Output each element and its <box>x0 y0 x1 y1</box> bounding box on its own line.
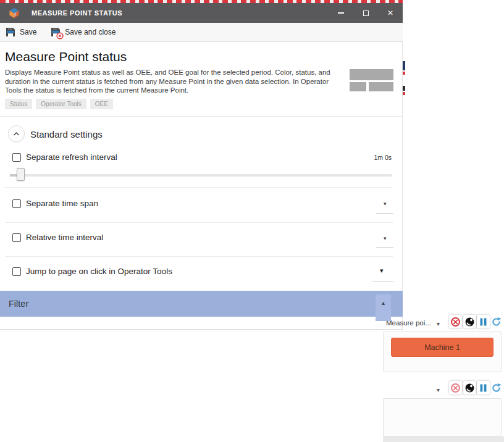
save-and-close-button[interactable]: Save and close <box>50 27 116 38</box>
clipped-background-fragment <box>403 86 405 91</box>
pause-icon <box>478 383 489 393</box>
save-label: Save <box>20 28 36 36</box>
dialog-title: MEASURE POINT STATUS <box>32 9 122 17</box>
standard-settings-title: Standard settings <box>30 129 103 140</box>
dialog-toolbar: Save Save and close <box>0 23 403 42</box>
description-line: Tools the status is fetched from the cur… <box>5 86 354 95</box>
divider <box>0 116 403 117</box>
refresh-widget-button[interactable] <box>490 381 503 394</box>
refresh-interval-slider-track[interactable] <box>10 174 392 177</box>
jump-to-page-label: Jump to page on click in Operator Tools <box>26 267 172 276</box>
refresh-interval-value: 1m 0s <box>374 154 392 161</box>
close-button[interactable]: ✕ <box>378 3 403 23</box>
screen: MEASURE POINT STATUS ✕ <box>0 0 504 442</box>
remove-widget-button[interactable] <box>449 315 462 328</box>
pause-icon <box>478 317 489 327</box>
data-selection-magnet-button[interactable] <box>463 315 476 328</box>
magnet-icon <box>464 317 475 327</box>
separate-refresh-interval-label: Separate refresh interval <box>26 152 117 162</box>
remove-icon <box>450 383 461 393</box>
tag-status: Status <box>5 99 32 109</box>
time-span-dropdown[interactable]: ▾ <box>384 201 387 207</box>
measure-point-status-dialog: MEASURE POINT STATUS ✕ <box>0 0 403 330</box>
relative-time-dropdown[interactable]: ▾ <box>384 236 387 241</box>
data-selection-magnet-button[interactable] <box>463 381 476 394</box>
remove-icon <box>450 317 461 327</box>
relative-time-interval-checkbox[interactable] <box>12 233 21 242</box>
dropdown-underline <box>372 281 393 282</box>
selector-caret-icon[interactable]: ▾ <box>437 387 440 393</box>
preview-block-top <box>350 69 393 80</box>
preview-block-right <box>369 82 393 91</box>
preview-block-left <box>350 82 366 91</box>
remove-widget-button[interactable] <box>449 381 462 394</box>
divider <box>5 222 393 223</box>
magnet-icon <box>464 383 475 393</box>
measure-point-selector[interactable]: Measure poi... <box>386 319 431 327</box>
save-and-close-icon <box>50 27 61 38</box>
separate-time-span-checkbox[interactable] <box>12 199 21 208</box>
dialog-bottom-edge <box>0 329 403 330</box>
filter-label: Filter <box>9 291 28 317</box>
save-button[interactable]: Save <box>5 27 36 38</box>
save-icon <box>5 27 16 38</box>
dropdown-underline <box>376 247 393 248</box>
widget-description: Displays Measure Point status as well as… <box>5 68 354 95</box>
machine-status-button[interactable]: Machine 1 <box>391 338 494 357</box>
refresh-icon <box>490 316 502 328</box>
dialog-titlebar[interactable]: MEASURE POINT STATUS ✕ <box>0 3 403 23</box>
description-line: Displays Measure Point status as well as… <box>5 68 354 77</box>
filter-collapse-button[interactable]: ▲ <box>376 294 391 321</box>
pause-refresh-button[interactable] <box>477 315 490 328</box>
empty-widget-card <box>383 398 502 436</box>
tag-list: Status Operator Tools OEE <box>5 99 113 109</box>
selector-caret-icon[interactable]: ▾ <box>437 321 440 327</box>
jump-to-page-checkbox[interactable] <box>12 267 21 276</box>
page-title: Measure Point status <box>5 49 127 64</box>
maximize-button[interactable] <box>353 3 378 23</box>
widget-preview-icon <box>350 69 394 92</box>
divider <box>5 256 393 257</box>
refresh-icon <box>490 382 502 394</box>
maximize-icon <box>363 10 369 16</box>
refresh-widget-button[interactable] <box>490 315 503 328</box>
description-line: duration in the current status is fetche… <box>5 77 354 86</box>
close-icon: ✕ <box>387 9 393 17</box>
measure-point-widget-card: Machine 1 <box>383 332 502 372</box>
pause-refresh-button[interactable] <box>477 381 490 394</box>
clipped-background-fragment <box>403 61 405 70</box>
app-logo-icon <box>8 7 20 19</box>
save-and-close-label: Save and close <box>65 28 116 36</box>
close-badge-icon <box>56 32 64 40</box>
clipped-background-fragment <box>403 92 405 95</box>
jump-to-page-dropdown[interactable]: ▾ <box>380 267 384 274</box>
collapse-up-icon: ▲ <box>380 300 386 321</box>
refresh-interval-slider-handle[interactable] <box>17 168 25 181</box>
minimize-button[interactable] <box>329 3 353 23</box>
filter-section-header[interactable]: Filter <box>0 291 403 317</box>
clipped-background-fragment <box>403 72 405 75</box>
dropdown-underline <box>376 213 393 214</box>
tag-oee: OEE <box>90 99 113 109</box>
minimize-icon <box>338 12 344 14</box>
background-strip <box>383 436 504 442</box>
standard-settings-collapse-button[interactable] <box>8 125 25 142</box>
tag-operator-tools: Operator Tools <box>36 99 86 109</box>
relative-time-interval-label: Relative time interval <box>26 233 103 242</box>
separate-refresh-interval-checkbox[interactable] <box>12 153 21 162</box>
separate-time-span-label: Separate time span <box>26 199 98 208</box>
chevron-up-icon <box>13 131 20 136</box>
divider <box>5 187 393 188</box>
